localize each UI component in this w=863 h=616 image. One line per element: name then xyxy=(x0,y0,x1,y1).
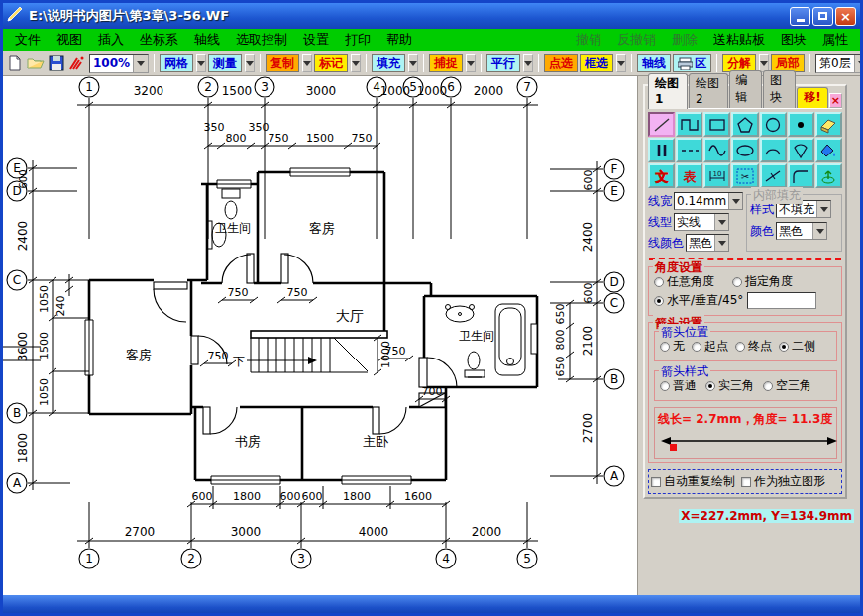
tab-draw2[interactable]: 绘图2 xyxy=(689,73,728,108)
ellipse-tool[interactable] xyxy=(731,138,758,162)
axis-label: E xyxy=(610,184,618,198)
dashed-line-tool[interactable] xyxy=(676,138,702,162)
menu-view[interactable]: 视图 xyxy=(49,31,90,49)
dim: 750 xyxy=(352,132,373,145)
angle-value-input[interactable] xyxy=(747,292,816,309)
tab-draw1[interactable]: 绘图1 xyxy=(648,73,688,109)
grid-dropdown[interactable] xyxy=(196,54,206,72)
fillet-tool[interactable] xyxy=(788,163,814,188)
minimize-button[interactable] xyxy=(790,7,810,26)
box-select-button[interactable]: 框选 xyxy=(580,54,613,72)
maximize-button[interactable] xyxy=(812,7,833,26)
copy-button[interactable]: 复制 xyxy=(266,54,299,72)
radio-arrow-both[interactable]: 二侧 xyxy=(779,338,815,355)
menu-block[interactable]: 图块 xyxy=(773,31,814,49)
snap-dropdown[interactable] xyxy=(466,54,476,72)
dim: 2000 xyxy=(472,525,502,539)
text-tool[interactable]: 文 xyxy=(648,163,675,188)
snap-button[interactable]: 捕捉 xyxy=(429,54,463,72)
curve-tool[interactable] xyxy=(703,138,730,162)
drag-handle[interactable] xyxy=(670,444,677,451)
layer-dropdown-icon[interactable] xyxy=(854,55,863,72)
radio-hv45-angle[interactable]: 水平/垂直/45° xyxy=(654,292,743,309)
elevation-tool[interactable] xyxy=(815,163,842,188)
break-line-tool[interactable] xyxy=(760,163,787,188)
brush-stamp-button[interactable] xyxy=(67,53,87,73)
polygon-tool[interactable] xyxy=(731,112,758,137)
sector-tool[interactable] xyxy=(788,138,814,162)
menu-help[interactable]: 帮助 xyxy=(378,31,420,49)
menu-coordsys[interactable]: 坐标系 xyxy=(132,31,186,49)
menu-undo[interactable]: 撤销 xyxy=(568,31,609,49)
radio-arrow-solid-triangle[interactable]: 实三角 xyxy=(705,377,754,394)
menu-redo[interactable]: 反撤销 xyxy=(609,31,664,49)
eraser-tool[interactable] xyxy=(815,112,842,137)
line-color-combo[interactable]: 黑色 xyxy=(686,234,729,252)
point-tool[interactable] xyxy=(788,112,814,137)
zoom-combo[interactable]: 100% xyxy=(89,54,149,73)
menu-insert[interactable]: 插入 xyxy=(90,31,132,49)
axis-button[interactable]: 轴线 xyxy=(637,54,671,72)
mark-dropdown[interactable] xyxy=(351,54,361,72)
circle-tool[interactable] xyxy=(760,112,787,137)
zoom-dropdown-icon[interactable] xyxy=(133,55,148,72)
auto-repeat-checkbox[interactable]: 自动重复绘制 xyxy=(651,473,735,490)
trim-tool[interactable]: ✂ xyxy=(731,163,758,188)
grid-button[interactable]: 网格 xyxy=(160,54,193,72)
parallel-dropdown[interactable] xyxy=(523,54,533,72)
fill-color-combo[interactable]: 黑色 xyxy=(776,222,827,240)
mark-button[interactable]: 标记 xyxy=(314,54,348,72)
axis-label: A xyxy=(13,476,22,490)
print-region-button[interactable]: 区 xyxy=(673,54,711,72)
box-select-dropdown[interactable] xyxy=(616,54,626,72)
toolbar-separator xyxy=(260,54,261,72)
copy-dropdown[interactable] xyxy=(302,54,312,72)
paint-bucket-tool[interactable] xyxy=(815,138,842,162)
fill-dropdown[interactable] xyxy=(408,54,418,72)
measure-button[interactable]: 测量 xyxy=(208,54,242,72)
parallel-lines-tool[interactable] xyxy=(648,138,675,162)
line-type-combo[interactable]: 实线 xyxy=(674,213,729,231)
line-tool[interactable] xyxy=(648,112,675,137)
measure-dropdown[interactable] xyxy=(245,54,255,72)
save-button[interactable] xyxy=(48,53,65,73)
menu-select-control[interactable]: 选取控制 xyxy=(228,31,295,49)
line-width-combo[interactable]: 0.14mm xyxy=(674,192,743,210)
title-bar[interactable]: E:\说明书内图片\第3章\3-56.WF × xyxy=(3,3,860,29)
fill-button[interactable]: 填充 xyxy=(372,54,405,72)
independent-shape-checkbox[interactable]: 作为独立图形 xyxy=(741,473,825,490)
menu-delete[interactable]: 删除 xyxy=(664,31,705,49)
fill-style-dropdown-icon[interactable] xyxy=(816,201,830,217)
new-file-button[interactable] xyxy=(6,53,24,73)
tab-block[interactable]: 图块 xyxy=(763,70,796,108)
radio-arrow-solid-triangle-label: 实三角 xyxy=(718,377,754,394)
panel-close-button[interactable]: × xyxy=(829,93,842,108)
radio-specified-angle[interactable]: 指定角度 xyxy=(732,273,793,290)
close-button[interactable]: × xyxy=(835,7,856,26)
dim: 750 xyxy=(208,350,229,362)
parallel-button[interactable]: 平行 xyxy=(486,54,520,72)
layer-combo[interactable]: 第0层 xyxy=(815,54,863,73)
tab-move[interactable]: 移! xyxy=(797,87,827,108)
menu-axis[interactable]: 轴线 xyxy=(186,31,228,49)
radio-arrow-end[interactable]: 终点 xyxy=(735,338,772,355)
menu-file[interactable]: 文件 xyxy=(7,31,49,49)
dimension-tool[interactable]: 10 xyxy=(703,163,730,188)
open-file-button[interactable] xyxy=(26,53,46,73)
fill-color-dropdown-icon[interactable] xyxy=(812,223,826,239)
tab-edit[interactable]: 编辑 xyxy=(729,70,762,108)
menu-settings[interactable]: 设置 xyxy=(295,31,337,49)
menu-properties[interactable]: 属性 xyxy=(814,31,856,49)
table-tool[interactable]: 表 xyxy=(676,163,702,188)
polyline-tool[interactable] xyxy=(676,112,702,137)
drawing-canvas[interactable]: 1 2 3 4 5 6 7 1 2 3 4 5 E D C xyxy=(3,76,637,595)
line-color-dropdown-icon[interactable] xyxy=(714,235,728,251)
menu-print[interactable]: 打印 xyxy=(337,31,378,49)
arc-tool[interactable] xyxy=(760,138,787,162)
rectangle-tool[interactable] xyxy=(703,112,730,137)
line-width-dropdown-icon[interactable] xyxy=(728,193,742,209)
menu-clipboard[interactable]: 送粘贴板 xyxy=(705,31,773,49)
line-type-dropdown-icon[interactable] xyxy=(714,214,728,230)
point-select-button[interactable]: 点选 xyxy=(544,54,578,72)
radio-arrow-hollow-triangle[interactable]: 空三角 xyxy=(763,377,811,394)
